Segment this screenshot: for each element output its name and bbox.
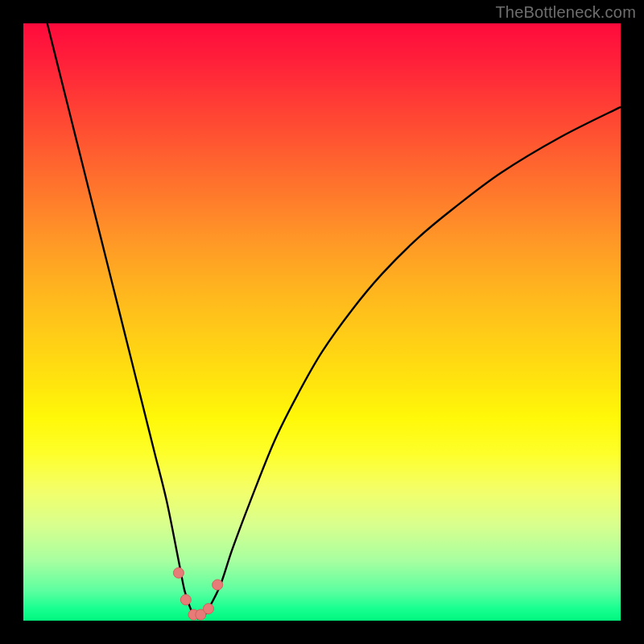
curve-marker: [173, 568, 184, 578]
curve-marker: [204, 604, 214, 614]
bottleneck-curve-svg: [23, 23, 621, 621]
attribution-text: TheBottleneck.com: [495, 3, 636, 22]
plot-area: [23, 23, 621, 621]
curve-marker: [196, 609, 206, 620]
chart-frame: TheBottleneck.com: [0, 0, 644, 644]
bottleneck-curve: [47, 23, 621, 619]
curve-marker: [180, 595, 191, 605]
curve-marker: [213, 580, 223, 590]
curve-marker: [188, 609, 199, 620]
curve-markers: [173, 568, 222, 620]
